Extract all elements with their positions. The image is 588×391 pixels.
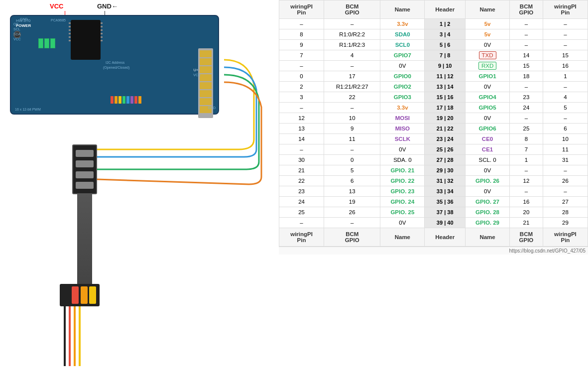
table-cell-name: GPIO6: [466, 124, 510, 134]
table-cell-wpi-left: 12: [279, 113, 324, 124]
header-pin-3: [200, 66, 212, 73]
table-cell-bcm-right: 7: [510, 144, 543, 155]
pcb-spec-label: 16 x 12-bit PWM: [15, 108, 41, 111]
connector-pin-4: [76, 182, 94, 189]
table-cell-bcm-left: 4: [324, 50, 380, 61]
table-cell-wpi-right: 1: [543, 71, 588, 82]
table-cell-wpi-right: –: [543, 19, 588, 29]
table-cell-header: 5 | 6: [425, 40, 466, 50]
pcb-oe-label: OE: [13, 22, 18, 26]
table-cell-bcm-left: 6: [324, 176, 380, 186]
wire-black: [64, 306, 66, 366]
table-cell-name: RXD: [466, 61, 510, 71]
table-cell-bcm-left: 5: [324, 165, 380, 176]
tf-bcm-right: BCMGPIO: [510, 228, 543, 247]
pcb-i2c-label: I2C Address: [106, 61, 124, 64]
table-footer-row: wiringPIPin BCMGPIO Name Header Name BCM…: [279, 228, 588, 247]
header-pin-6: [200, 90, 212, 97]
table-cell-header: 7 | 8: [425, 50, 466, 61]
url-bar: https://blog.csdn.net/GPIO_427/05: [279, 247, 588, 255]
table-cell-name: 5v: [466, 19, 510, 29]
pcb-vcc-label-pcb: VCC: [13, 37, 21, 41]
bottom-pin-black: [63, 286, 70, 304]
table-cell-wpi-left: 0: [279, 71, 324, 82]
tf-wpi-left: wiringPIPin: [279, 228, 324, 247]
table-row: 14 11 SCLK 23 | 24 CE0 8 10: [279, 134, 588, 144]
table-cell-wpi-right: 6: [543, 124, 588, 134]
th-name-left: Name: [380, 0, 425, 19]
table-cell-header: 33 | 34: [425, 186, 466, 197]
table-cell-wpi-right: –: [543, 113, 588, 124]
table-header-row: wiringPIPin BCMGPIO Name Header Name BCM…: [279, 0, 588, 19]
connector-pins-group: [73, 145, 96, 193]
table-cell-wpi-right: 28: [543, 207, 588, 218]
tf-name-left: Name: [380, 228, 425, 247]
table-cell-bcm-right: –: [510, 29, 543, 40]
table-cell-bcm-left: 0: [324, 155, 380, 165]
table-cell-header: 31 | 32: [425, 176, 466, 186]
table-cell-bcm-left: R1:21/R2:27: [324, 82, 380, 92]
gpio-tbody: – – 3.3v 1 | 2 5v – – 8 R1:0/R2:2 SDA0 3…: [279, 19, 588, 228]
table-cell-bcm-right: 21: [510, 218, 543, 228]
table-cell-bcm-left: R1:0/R2:2: [324, 29, 380, 40]
table-cell-header: 25 | 26: [425, 144, 466, 155]
table-cell-wpi-right: –: [543, 29, 588, 40]
table-cell-wpi-left: 8: [279, 29, 324, 40]
table-cell-wpi-right: –: [543, 82, 588, 92]
table-cell-header: 13 | 14: [425, 82, 466, 92]
table-cell-wpi-right: 16: [543, 61, 588, 71]
table-cell-bcm-left: –: [324, 19, 380, 29]
table-row: 3 22 GPIO3 15 | 16 GPIO4 23 4: [279, 92, 588, 103]
wire-bundle: [77, 194, 92, 284]
table-cell-bcm-left: 13: [324, 186, 380, 197]
table-cell-wpi-right: 27: [543, 197, 588, 207]
table-cell-header: 1 | 2: [425, 19, 466, 29]
pcb-chip-label: PCA9685: [51, 18, 66, 22]
table-row: 25 26 GPIO. 25 37 | 38 GPIO. 28 20 28: [279, 207, 588, 218]
bottom-pin-red: [72, 286, 79, 304]
table-row: 30 0 SDA. 0 27 | 28 SCL. 0 1 31: [279, 155, 588, 165]
bottom-pin-yellow: [89, 286, 96, 304]
table-cell-wpi-right: –: [543, 186, 588, 197]
table-cell-name: 0V: [466, 186, 510, 197]
table-row: 2 R1:21/R2:27 GPIO2 13 | 14 0V – –: [279, 82, 588, 92]
table-cell-wpi-left: 22: [279, 176, 324, 186]
header-pin-7: [200, 98, 212, 105]
table-cell-name: SCL. 0: [466, 155, 510, 165]
table-cell-bcm-right: 1: [510, 155, 543, 165]
table-cell-wpi-right: 31: [543, 155, 588, 165]
table-cell-name: CE1: [466, 144, 510, 155]
table-cell-name: TXD: [466, 50, 510, 61]
table-cell-name: 0V: [380, 144, 425, 155]
table-cell-name: 0V: [466, 165, 510, 176]
table-cell-wpi-left: 30: [279, 155, 324, 165]
table-cell-bcm-right: 20: [510, 207, 543, 218]
table-row: 22 6 GPIO. 22 31 | 32 GPIO. 26 12 26: [279, 176, 588, 186]
table-cell-name: SCL0: [380, 40, 425, 50]
th-wpi-left: wiringPIPin: [279, 0, 324, 19]
table-cell-wpi-left: 9: [279, 40, 324, 50]
table-cell-header: 21 | 22: [425, 124, 466, 134]
header-pin-1: [200, 50, 212, 57]
table-cell-bcm-right: 25: [510, 124, 543, 134]
table-cell-name: GPIO. 24: [380, 197, 425, 207]
table-cell-wpi-left: 21: [279, 165, 324, 176]
vcc-label: VCC: [50, 2, 63, 10]
table-cell-wpi-right: 4: [543, 92, 588, 103]
table-cell-bcm-left: 9: [324, 124, 380, 134]
header-pin-5: [200, 82, 212, 89]
table-cell-bcm-right: 16: [510, 197, 543, 207]
table-cell-wpi-right: 29: [543, 218, 588, 228]
table-row: 12 10 MOSI 19 | 20 0V – –: [279, 113, 588, 124]
table-cell-header: 3 | 4: [425, 29, 466, 40]
table-cell-bcm-right: 15: [510, 61, 543, 71]
table-row: 23 13 GPIO. 23 33 | 34 0V – –: [279, 186, 588, 197]
tf-header: Header: [425, 228, 466, 247]
table-cell-wpi-left: 14: [279, 134, 324, 144]
table-cell-name: 0V: [380, 61, 425, 71]
table-cell-bcm-right: –: [510, 186, 543, 197]
connector-pin-1: [76, 150, 94, 157]
table-row: – – 3.3v 1 | 2 5v – –: [279, 19, 588, 29]
pcb-scl-label: SCL: [13, 27, 20, 31]
table-cell-wpi-left: 23: [279, 186, 324, 197]
